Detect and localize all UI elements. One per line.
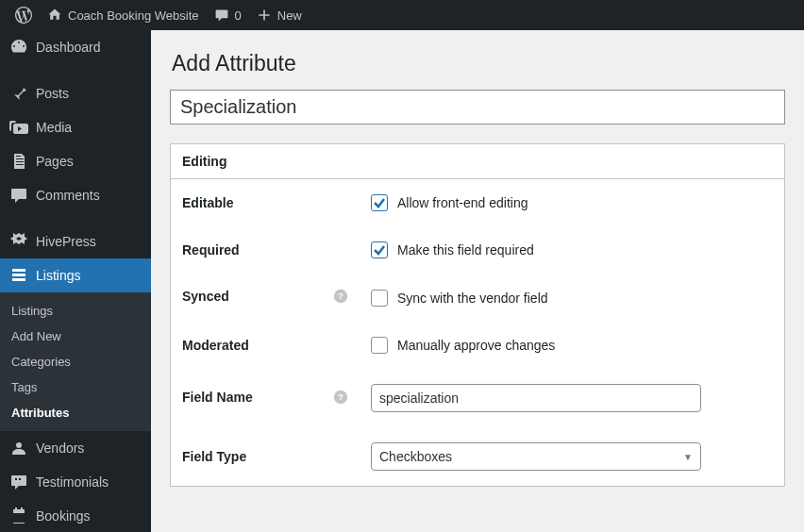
sidebar-item-label: Testimonials xyxy=(36,474,109,490)
sidebar-item-vendors[interactable]: Vendors xyxy=(0,431,151,465)
row-label-moderated: Moderated xyxy=(171,322,360,369)
row-label-editable: Editable xyxy=(171,179,360,226)
sidebar-item-label: Bookings xyxy=(36,508,91,524)
moderated-checkbox[interactable] xyxy=(371,337,388,354)
sidebar-item-label: Dashboard xyxy=(36,40,101,55)
admin-sidebar: Dashboard Posts Media Pages Comments Hiv… xyxy=(0,30,151,532)
sidebar-item-hivepress[interactable]: HivePress xyxy=(0,224,151,258)
row-label-synced: Synced ? xyxy=(171,274,360,322)
dashboard-icon xyxy=(9,38,28,57)
sidebar-item-label: Posts xyxy=(36,86,69,101)
site-link[interactable]: Coach Booking Website xyxy=(40,0,207,30)
help-icon[interactable]: ? xyxy=(333,289,348,307)
site-name-label: Coach Booking Website xyxy=(68,8,199,23)
testimonials-icon xyxy=(9,473,28,491)
sidebar-item-label: Pages xyxy=(36,154,74,169)
comments-link[interactable]: 0 xyxy=(207,0,249,30)
attribute-title-input[interactable] xyxy=(170,90,785,125)
listings-submenu: Listings Add New Categories Tags Attribu… xyxy=(0,292,151,431)
field-type-select[interactable]: Checkboxes ▼ xyxy=(371,442,701,471)
home-icon xyxy=(47,8,62,23)
sidebar-item-label: Vendors xyxy=(36,441,84,456)
sidebar-item-bookings[interactable]: Bookings xyxy=(0,499,151,532)
page-title: Add Attribute xyxy=(172,51,785,76)
sidebar-item-listings[interactable]: Listings xyxy=(0,258,151,292)
row-label-required: Required xyxy=(171,226,360,274)
check-icon xyxy=(373,243,386,257)
vendors-icon xyxy=(9,439,28,457)
editable-check-label: Allow front-end editing xyxy=(397,195,528,210)
editing-panel: Editing Editable Allow front-end editing xyxy=(170,143,785,487)
main-content: Add Attribute Editing Editable Allow fro… xyxy=(151,30,804,532)
submenu-item-listings[interactable]: Listings xyxy=(0,298,151,324)
svg-text:?: ? xyxy=(338,291,343,301)
synced-check-label: Sync with the vendor field xyxy=(397,291,548,306)
submenu-item-add-new[interactable]: Add New xyxy=(0,324,151,349)
svg-text:?: ? xyxy=(338,391,343,402)
submenu-item-tags[interactable]: Tags xyxy=(0,374,151,400)
pages-icon xyxy=(9,152,28,171)
sidebar-item-label: Comments xyxy=(36,188,100,203)
sidebar-item-pages[interactable]: Pages xyxy=(0,144,151,178)
field-name-input[interactable] xyxy=(371,384,701,412)
submenu-item-categories[interactable]: Categories xyxy=(0,349,151,374)
check-icon xyxy=(373,196,386,209)
plus-icon xyxy=(257,8,272,23)
sidebar-item-testimonials[interactable]: Testimonials xyxy=(0,465,151,499)
calendar-icon xyxy=(9,507,28,525)
submenu-item-attributes[interactable]: Attributes xyxy=(0,400,151,425)
help-icon[interactable]: ? xyxy=(333,390,348,407)
panel-header-editing: Editing xyxy=(171,144,784,179)
sidebar-item-comments[interactable]: Comments xyxy=(0,178,151,212)
row-label-field-type: Field Type xyxy=(171,427,360,486)
menu-separator xyxy=(0,68,151,73)
comments-icon xyxy=(9,186,28,205)
moderated-check-label: Manually approve changes xyxy=(397,338,555,353)
media-icon xyxy=(9,118,28,137)
comments-count: 0 xyxy=(235,8,242,23)
listings-icon xyxy=(9,266,28,285)
form-table: Editable Allow front-end editing Require… xyxy=(171,179,784,486)
sidebar-item-media[interactable]: Media xyxy=(0,110,151,144)
new-content-link[interactable]: New xyxy=(249,0,310,30)
pin-icon xyxy=(9,84,28,103)
chevron-down-icon: ▼ xyxy=(683,452,693,462)
admin-toolbar: Coach Booking Website 0 New xyxy=(0,0,804,30)
required-checkbox[interactable] xyxy=(371,241,388,258)
comment-icon xyxy=(214,8,229,23)
sidebar-item-label: Listings xyxy=(36,268,80,283)
sidebar-item-label: HivePress xyxy=(36,234,96,249)
required-check-label: Make this field required xyxy=(397,242,534,258)
sidebar-item-label: Media xyxy=(36,120,72,135)
row-label-field-name: Field Name ? xyxy=(171,369,360,427)
synced-checkbox[interactable] xyxy=(371,290,388,307)
sidebar-item-dashboard[interactable]: Dashboard xyxy=(0,30,151,64)
hivepress-icon xyxy=(9,232,28,251)
editable-checkbox[interactable] xyxy=(371,194,388,211)
field-type-value: Checkboxes xyxy=(379,449,452,464)
sidebar-item-posts[interactable]: Posts xyxy=(0,76,151,110)
menu-separator xyxy=(0,216,151,221)
new-label: New xyxy=(277,8,302,23)
wp-logo-button[interactable] xyxy=(8,0,40,30)
